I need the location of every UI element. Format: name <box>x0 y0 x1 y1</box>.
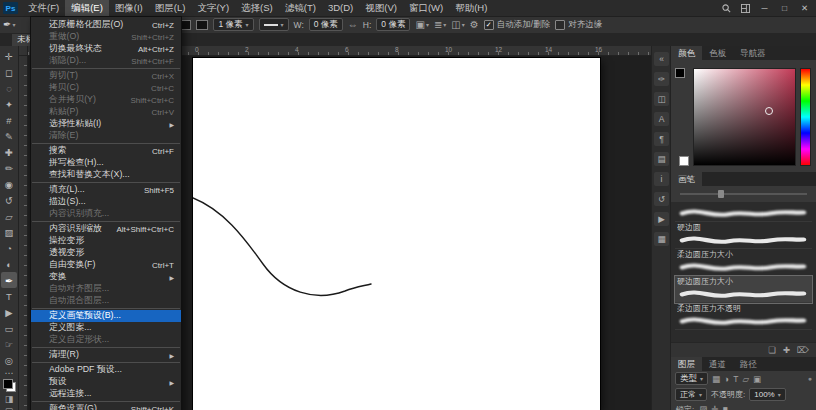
menu-bar-item[interactable]: 3D(D) <box>322 0 359 16</box>
panel-tab[interactable]: 颜色 <box>671 46 702 60</box>
edit-menu-item[interactable]: 颜色设置(G)... Shift+Ctrl+K ▶ <box>31 403 181 410</box>
eraser-tool[interactable]: ▱ <box>1 208 17 224</box>
edit-menu-item[interactable]: 选择性粘贴(I) ▶ <box>31 118 181 130</box>
clone-stamp-tool[interactable]: ◉ <box>1 176 17 192</box>
edit-menu-item[interactable]: ▶ <box>32 182 180 183</box>
delete-brush-icon[interactable]: ⌦ <box>797 345 809 355</box>
crop-tool[interactable]: # <box>1 112 17 128</box>
shape-filter-icon[interactable]: ▱ <box>742 374 749 384</box>
edit-menu-item[interactable]: 清理(R) ▶ <box>31 349 181 361</box>
panel-tab[interactable]: 路径 <box>733 357 764 371</box>
edit-menu-item[interactable]: 描边(S)... ▶ <box>31 196 181 208</box>
edit-menu-item[interactable]: ▶ <box>32 347 180 348</box>
edit-menu-item[interactable]: ▶ <box>32 401 180 402</box>
menu-bar-item[interactable]: 选择(S) <box>235 0 279 16</box>
type-tool[interactable]: T <box>1 288 17 304</box>
new-brush-icon[interactable]: ✚ <box>783 345 790 355</box>
shape-tool[interactable]: ▭ <box>1 320 17 336</box>
brush-settings-icon[interactable]: ✑ <box>654 72 669 86</box>
width-field[interactable]: 0 像素 <box>309 18 343 31</box>
screen-mode-icon[interactable]: ▢ <box>5 406 14 410</box>
brush-size-slider[interactable] <box>680 193 807 195</box>
edit-menu-item[interactable]: 搜索 Ctrl+F ▶ <box>31 145 181 157</box>
expand-panels-icon[interactable]: « <box>654 52 669 66</box>
brush-preset[interactable]: 硬边圆压力大小 <box>675 276 812 303</box>
layer-filter-dropdown[interactable]: 类型 ▾ <box>675 372 708 385</box>
history-brush-tool[interactable]: ↺ <box>1 192 17 208</box>
menu-bar-item[interactable]: 编辑(E) <box>65 0 109 16</box>
panel-tab[interactable]: 导航器 <box>733 46 773 60</box>
eyedropper-tool[interactable]: ✎ <box>1 128 17 144</box>
edit-menu-item[interactable]: 内容识别缩放 Alt+Shift+Ctrl+C ▶ <box>31 223 181 235</box>
quick-mask-icon[interactable]: ◨ <box>5 394 14 404</box>
brush-preset[interactable]: 柔边圆压力大小 <box>675 249 812 276</box>
edit-menu-item[interactable]: 预设 ▶ <box>31 376 181 388</box>
path-selection-tool[interactable]: ▶ <box>1 304 17 320</box>
edit-menu-item[interactable]: 重做(O) Shift+Ctrl+Z ▶ <box>31 31 181 43</box>
brush-preset[interactable]: 柔边圆压力不透明 <box>675 303 812 330</box>
edit-menu-item[interactable]: 查找和替换文本(X)... ▶ <box>31 169 181 181</box>
color-panel-swatches[interactable] <box>675 68 689 166</box>
edit-menu-item[interactable]: 定义自定形状... ▶ <box>31 334 181 346</box>
align-edges-checkbox[interactable] <box>555 20 565 30</box>
properties-panel-icon[interactable]: ▤ <box>654 152 669 166</box>
opacity-dropdown[interactable]: 100% ▾ <box>749 388 785 401</box>
blend-mode-dropdown[interactable]: 正常 ▾ <box>675 388 707 401</box>
color-swatches[interactable] <box>3 379 16 392</box>
edit-menu-item[interactable]: 自动对齐图层... ▶ <box>31 283 181 295</box>
panel-tab[interactable]: 图层 <box>671 357 702 371</box>
actions-panel-icon[interactable]: ▶ <box>654 212 669 226</box>
maximize-button[interactable]: □ <box>778 3 791 13</box>
menu-bar-item[interactable]: 滤镜(T) <box>279 0 322 16</box>
lock-transparency-icon[interactable]: ▨ <box>699 404 707 410</box>
foreground-color-swatch[interactable] <box>675 68 685 78</box>
pen-tool[interactable]: ✒ <box>1 272 17 288</box>
lock-all-icon[interactable]: ■ <box>722 404 727 410</box>
menu-bar-item[interactable]: 图像(I) <box>109 0 149 16</box>
minimize-button[interactable]: ─ <box>758 3 771 13</box>
vertical-ruler[interactable] <box>18 55 28 410</box>
info-panel-icon[interactable]: i <box>654 172 669 186</box>
edit-menu-item[interactable]: 清除(E) ▶ <box>31 130 181 142</box>
stroke-swatch[interactable] <box>196 20 208 30</box>
close-button[interactable]: ✕ <box>798 3 811 13</box>
menu-bar-item[interactable]: 图层(L) <box>149 0 192 16</box>
height-field[interactable]: 0 像素 <box>376 18 410 31</box>
filter-toggle-icon[interactable]: ● <box>808 375 812 382</box>
edit-menu-item[interactable]: 操控变形 ▶ <box>31 235 181 247</box>
edit-menu-item[interactable]: ▶ <box>32 362 180 363</box>
blur-tool[interactable]: ◔ <box>1 240 17 256</box>
edit-menu-item[interactable]: 自动混合图层... ▶ <box>31 295 181 307</box>
brush-preset[interactable] <box>675 204 812 222</box>
menu-bar-item[interactable]: 文件(F) <box>22 0 65 16</box>
edit-menu-item[interactable]: ▶ <box>32 68 180 69</box>
stroke-width-dropdown[interactable]: 1 像素 ▾ <box>213 18 253 31</box>
canvas[interactable] <box>193 58 600 410</box>
path-alignment-icon[interactable]: ≣▾ <box>434 19 446 30</box>
smart-object-filter-icon[interactable]: ▣ <box>753 374 761 384</box>
color-picker-cursor[interactable] <box>765 107 773 115</box>
lock-position-icon[interactable]: ✛ <box>711 404 718 410</box>
edit-toolbar-icon[interactable]: ⋯ <box>5 369 14 377</box>
clone-source-icon[interactable]: ◫ <box>654 92 669 106</box>
search-icon[interactable] <box>720 2 732 14</box>
menu-bar-item[interactable]: 窗口(W) <box>403 0 449 16</box>
panel-tab[interactable]: 通道 <box>702 357 733 371</box>
history-panel-icon[interactable]: ↺ <box>654 192 669 206</box>
menu-bar-item[interactable]: 帮助(H) <box>449 0 493 16</box>
edit-menu-item[interactable]: 自由变换(F) Ctrl+T ▶ <box>31 259 181 271</box>
dodge-tool[interactable]: ◐ <box>1 256 17 272</box>
edit-menu-item[interactable]: 定义画笔预设(B)... ▶ <box>31 310 181 322</box>
auto-add-delete-option[interactable]: ✓ 自动添加/删除 <box>484 19 550 31</box>
stroke-type-dropdown[interactable]: ▾ <box>259 18 289 31</box>
link-dimensions-icon[interactable]: ⇔ <box>348 19 358 30</box>
hand-tool[interactable]: ☞ <box>1 336 17 352</box>
character-panel-icon[interactable]: A <box>654 112 669 126</box>
edit-menu-item[interactable]: 内容识别填充... ▶ <box>31 208 181 220</box>
brush-preset[interactable]: 硬边圆 <box>675 222 812 249</box>
panel-tab[interactable]: 色板 <box>702 46 733 60</box>
geometry-options-icon[interactable]: ⚙ <box>470 19 479 30</box>
menu-bar-item[interactable]: 视图(V) <box>359 0 403 16</box>
healing-brush-tool[interactable]: ✚ <box>1 144 17 160</box>
align-edges-option[interactable]: 对齐边缘 <box>555 19 602 31</box>
